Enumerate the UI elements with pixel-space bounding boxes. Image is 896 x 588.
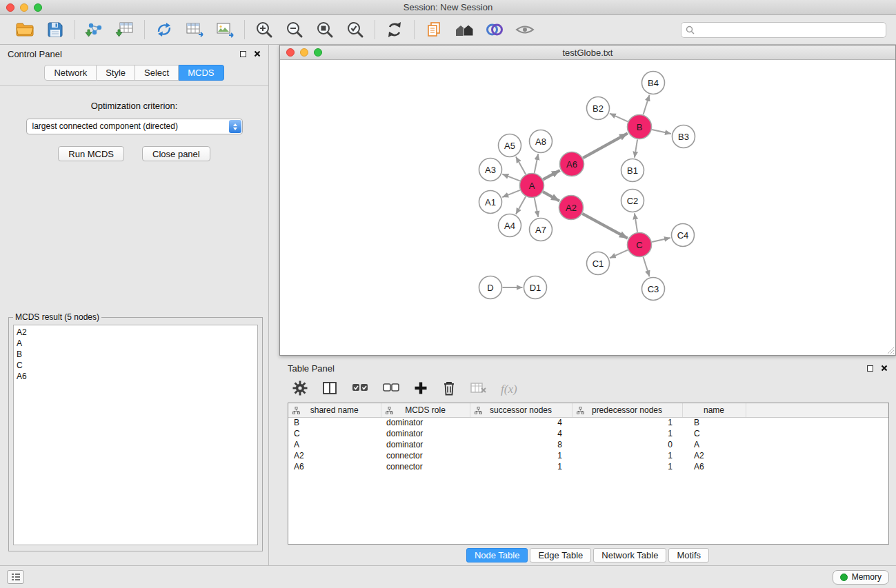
minimize-window-button[interactable] (20, 3, 28, 12)
table-row[interactable]: Bdominator41B (288, 417, 888, 428)
tab-network-table[interactable]: Network Table (593, 548, 666, 562)
tab-style[interactable]: Style (97, 65, 135, 81)
column-header-predecessor-nodes[interactable]: predecessor nodes (572, 403, 682, 417)
zoom-fit-button[interactable] (314, 19, 336, 41)
table-row[interactable]: Adominator80A (288, 439, 888, 450)
tab-mcds[interactable]: MCDS (179, 65, 223, 81)
graph-edge[interactable] (652, 130, 671, 134)
folder-icon (15, 21, 34, 38)
deselect-all-columns-button[interactable] (382, 381, 400, 398)
zoom-in-button[interactable] (253, 19, 275, 41)
new-network-button[interactable] (153, 19, 175, 41)
graph-edge[interactable] (583, 133, 628, 158)
graph-edge[interactable] (652, 238, 670, 242)
search-box[interactable] (681, 22, 886, 38)
save-session-button[interactable] (44, 19, 66, 41)
result-item[interactable]: C (14, 360, 257, 371)
tab-select[interactable]: Select (135, 65, 179, 81)
column-header-shared-name[interactable]: shared name (288, 403, 381, 417)
task-history-button[interactable] (7, 570, 24, 584)
column-icon (321, 380, 338, 396)
dropdown-stepper-icon (229, 120, 241, 133)
table-row[interactable]: A6connector11A6 (288, 461, 888, 472)
zoom-selected-button[interactable] (344, 19, 366, 41)
graph-edge[interactable] (543, 192, 559, 201)
open-documentation-button[interactable] (423, 19, 445, 41)
table-cell: C (288, 428, 381, 439)
export-image-button[interactable] (214, 19, 236, 41)
zoom-out-button[interactable] (283, 19, 306, 41)
refresh-view-button[interactable] (384, 19, 406, 41)
maximize-window-button[interactable] (34, 3, 42, 12)
add-column-button[interactable] (413, 381, 428, 398)
float-panel-icon[interactable] (240, 51, 246, 57)
graph-edge[interactable] (502, 190, 520, 197)
float-table-panel-icon[interactable] (867, 365, 873, 372)
column-header-successor-nodes[interactable]: successor nodes (470, 403, 572, 417)
show-column-button[interactable] (321, 380, 338, 399)
graph-edge[interactable] (543, 170, 560, 179)
result-item[interactable]: B (14, 349, 257, 360)
graph-edge[interactable] (635, 139, 637, 157)
network-arrows-icon (155, 21, 173, 39)
table-settings-button[interactable] (292, 380, 308, 399)
network-canvas[interactable]: A5A8A3A1A4A7AA6A2BB1B2B3B4CC1C2C3C4DD1 (280, 60, 895, 355)
tab-node-table[interactable]: Node Table (466, 548, 528, 562)
memory-button[interactable]: Memory (833, 570, 889, 585)
mcds-result-list[interactable]: A2ABCA6 (13, 325, 258, 545)
select-all-columns-button[interactable] (351, 381, 369, 398)
graph-edge[interactable] (516, 156, 526, 174)
table-cell: A6 (682, 461, 746, 472)
graph-edge[interactable] (502, 174, 519, 181)
result-item[interactable]: A2 (14, 327, 257, 338)
export-table-button[interactable] (183, 19, 206, 41)
graph-edge[interactable] (644, 257, 650, 277)
gear-icon (292, 380, 308, 396)
function-builder-button[interactable]: f(x) (501, 383, 517, 396)
tab-network[interactable]: Network (44, 65, 97, 81)
graph-edge[interactable] (535, 198, 539, 217)
graph-edge[interactable] (535, 154, 539, 173)
tab-edge-table[interactable]: Edge Table (530, 548, 591, 562)
graph-edge[interactable] (635, 213, 637, 232)
column-header-name[interactable]: name (682, 403, 746, 417)
import-network-button[interactable] (83, 19, 106, 41)
column-header-mcds-role[interactable]: MCDS role (381, 403, 470, 417)
delete-table-button[interactable] (470, 381, 488, 398)
table-cell: 1 (572, 450, 682, 461)
search-input[interactable] (697, 25, 882, 34)
table-row[interactable]: A2connector11A2 (288, 450, 888, 461)
resize-grip[interactable] (886, 346, 895, 354)
graph-edge[interactable] (644, 95, 650, 115)
show-hide-button[interactable] (514, 19, 536, 41)
tab-motifs[interactable]: Motifs (668, 548, 709, 562)
graph-edge[interactable] (582, 214, 628, 239)
open-session-button[interactable] (14, 19, 36, 41)
result-item[interactable]: A (14, 338, 257, 349)
node-table[interactable]: shared name MCDS role successor nodes (288, 403, 889, 545)
home-button[interactable] (453, 19, 475, 41)
close-panel-icon[interactable] (254, 50, 261, 57)
graph-edge[interactable] (610, 114, 628, 122)
select-all-icon (351, 381, 369, 396)
compare-networks-button[interactable] (484, 19, 506, 41)
close-table-panel-icon[interactable] (881, 365, 888, 372)
criterion-dropdown[interactable]: largest connected component (directed) (26, 119, 243, 134)
network-minimize-button[interactable] (300, 48, 308, 57)
network-maximize-button[interactable] (314, 48, 322, 57)
delete-column-button[interactable] (441, 380, 457, 399)
network-graph: A5A8A3A1A4A7AA6A2BB1B2B3B4CC1C2C3C4DD1 (280, 60, 895, 355)
table-row[interactable]: Cdominator41C (288, 428, 888, 439)
close-window-button[interactable] (6, 3, 14, 12)
result-item[interactable]: A6 (14, 371, 257, 382)
table-cell: dominator (381, 439, 470, 450)
import-table-button[interactable] (114, 19, 136, 41)
network-close-button[interactable] (286, 48, 295, 57)
graph-edge[interactable] (610, 250, 628, 258)
table-cell: connector (381, 450, 470, 461)
run-mcds-button[interactable]: Run MCDS (58, 146, 124, 161)
close-panel-button[interactable]: Close panel (142, 146, 210, 161)
graph-edge[interactable] (516, 196, 526, 214)
table-panel-header: Table Panel (279, 360, 896, 376)
import-network-icon (85, 21, 104, 39)
